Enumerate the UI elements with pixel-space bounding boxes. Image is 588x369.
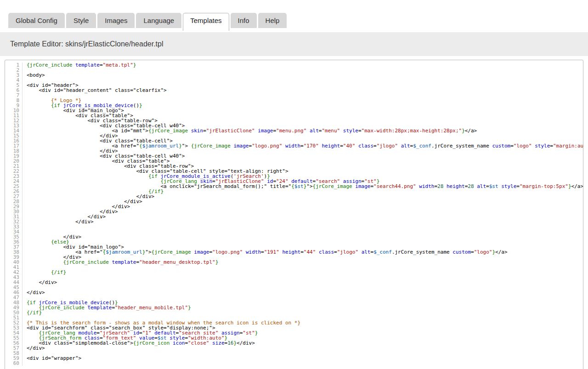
code-line[interactable]: 33: [5, 224, 583, 229]
line-number: 1: [5, 62, 23, 68]
line-number: 7: [5, 93, 23, 98]
code-line[interactable]: 35 </div>: [5, 234, 583, 239]
code-text: <a href="{$jamroom_url}">{jrCore_image i…: [23, 250, 508, 255]
code-line[interactable]: 40 {jrCore_include template="header_menu…: [5, 260, 583, 265]
code-line[interactable]: 56 <div class="simplemodal-close">{jrCor…: [5, 341, 583, 346]
code-line[interactable]: 32 </div>: [5, 219, 583, 224]
code-text: </div>: [23, 280, 57, 285]
code-text: [23, 295, 27, 300]
tab-info[interactable]: Info: [231, 13, 257, 28]
line-number: 2: [5, 68, 23, 73]
code-text: {/if}: [23, 270, 66, 275]
code-line[interactable]: 7: [5, 93, 583, 98]
code-line[interactable]: 1{jrCore_include template="meta.tpl"}: [5, 62, 583, 68]
code-line[interactable]: 41: [5, 265, 583, 270]
line-number: 3: [5, 73, 23, 78]
tab-bar: Global Config Style Images Language Temp…: [0, 13, 588, 31]
template-code-editor[interactable]: 1{jrCore_include template="meta.tpl"}23<…: [5, 60, 583, 369]
code-text: [23, 68, 27, 73]
code-text: [23, 265, 27, 270]
line-number: 5: [5, 83, 23, 88]
code-text: <body>: [23, 73, 45, 78]
code-line[interactable]: 46</div>: [5, 290, 583, 295]
code-text: {jrCore_include template="header_menu_de…: [23, 260, 218, 265]
code-line[interactable]: 34: [5, 229, 583, 234]
code-text: [23, 93, 27, 98]
code-line[interactable]: 2: [5, 68, 583, 73]
code-line[interactable]: 49 {jrCore_include template="header_menu…: [5, 305, 583, 310]
page-title: Template Editor: skins/jrElasticClone/he…: [0, 40, 164, 48]
tab-help[interactable]: Help: [258, 13, 287, 28]
code-line[interactable]: 50{/if}: [5, 310, 583, 315]
code-line[interactable]: 45: [5, 285, 583, 290]
code-line[interactable]: 6 <div id="header_content" class="clearf…: [5, 88, 583, 93]
code-text: [23, 285, 27, 290]
code-line[interactable]: 42 {/if}: [5, 270, 583, 275]
line-number: 4: [5, 78, 23, 83]
line-number: 6: [5, 88, 23, 93]
code-text: [23, 229, 27, 234]
code-line[interactable]: 58: [5, 351, 583, 356]
code-text: </div>: [23, 346, 45, 351]
code-line[interactable]: 57</div>: [5, 346, 583, 351]
tab-templates[interactable]: Templates: [183, 13, 229, 31]
tab-style[interactable]: Style: [66, 13, 96, 28]
tab-images[interactable]: Images: [97, 13, 135, 28]
code-text: <div id="wrapper">: [23, 356, 81, 361]
code-text: {/if}: [23, 310, 42, 315]
code-text: [23, 275, 27, 280]
line-number: 8: [5, 98, 23, 103]
code-text: {jrCore_include template="meta.tpl"}: [23, 62, 136, 68]
code-text: <div id="header_content" class="clearfix…: [23, 88, 167, 93]
line-number: 60: [5, 361, 23, 366]
tab-language[interactable]: Language: [136, 13, 181, 28]
code-text: <div class="simplemodal-close">{jrCore_i…: [23, 341, 255, 346]
code-area[interactable]: 1{jrCore_include template="meta.tpl"}23<…: [5, 62, 583, 366]
code-text: [23, 351, 27, 356]
code-text: [23, 361, 27, 366]
code-text: [23, 224, 27, 229]
code-line[interactable]: 3<body>: [5, 73, 583, 78]
code-text: </div>: [23, 219, 94, 224]
code-line[interactable]: 60: [5, 361, 583, 366]
page-header-band: Template Editor: skins/jrElasticClone/he…: [0, 32, 588, 56]
tab-global-config[interactable]: Global Config: [8, 13, 65, 28]
code-line[interactable]: 43: [5, 275, 583, 280]
code-text: [23, 315, 27, 320]
code-line[interactable]: 59<div id="wrapper">: [5, 356, 583, 361]
code-line[interactable]: 38 <a href="{$jamroom_url}">{jrCore_imag…: [5, 250, 583, 255]
code-line[interactable]: 4: [5, 78, 583, 83]
code-text: {jrCore_include template="header_menu_mo…: [23, 305, 191, 310]
code-line[interactable]: 44 </div>: [5, 280, 583, 285]
code-text: </div>: [23, 290, 45, 295]
code-text: [23, 78, 27, 83]
